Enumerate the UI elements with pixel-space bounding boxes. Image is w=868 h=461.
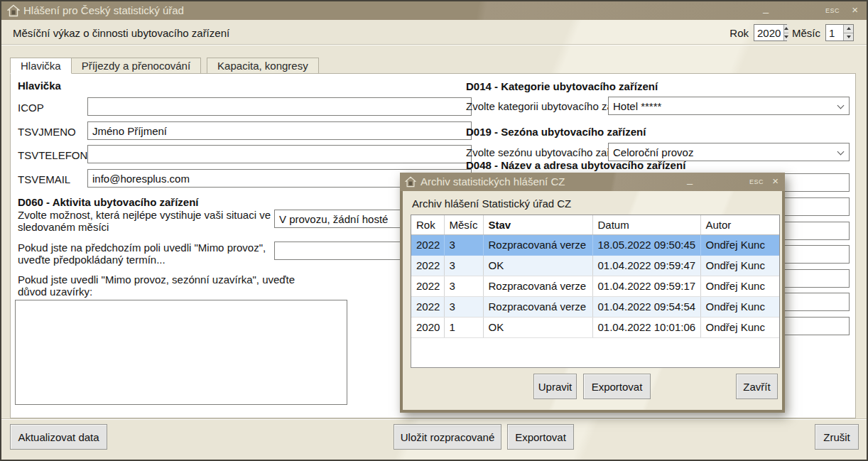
icop-field[interactable] bbox=[87, 97, 472, 116]
cell-datum: 01.04.2022 09:59:47 bbox=[592, 255, 700, 276]
cell-datum: 18.05.2022 09:50:45 bbox=[592, 234, 700, 255]
d060-q3-textarea[interactable] bbox=[15, 300, 347, 405]
rok-up-icon[interactable] bbox=[784, 25, 788, 33]
dialog-minimize-button[interactable]: _ bbox=[687, 173, 693, 185]
archiv-heading: Archiv hlášení Statistický úřad CZ bbox=[412, 197, 571, 210]
main-window: Hlášení pro Český statistický úřad _ ESC… bbox=[0, 0, 868, 461]
ulozit-rozpracovane-button[interactable]: Uložit rozpracované bbox=[394, 424, 501, 450]
chevron-down-icon bbox=[837, 148, 845, 156]
cell-datum: 01.04.2022 10:01:06 bbox=[592, 317, 700, 337]
minimize-button[interactable]: _ bbox=[763, 2, 769, 13]
telefon-field[interactable] bbox=[87, 145, 472, 163]
archiv-dialog-body: Archiv hlášení Statistický úřad CZ Rok M… bbox=[400, 191, 785, 413]
mesic-down-icon[interactable] bbox=[844, 33, 853, 41]
cell-rok: 2022 bbox=[411, 255, 444, 276]
telefon-label: TSVTELEFON bbox=[18, 149, 87, 161]
main-titlebar: Hlášení pro Český statistický úřad _ ESC… bbox=[1, 1, 867, 20]
d014-select[interactable]: Hotel ***** bbox=[608, 97, 850, 115]
archiv-table-header: Rok Měsíc Stav Datum Autor bbox=[411, 215, 779, 234]
d060-q1-label: Zvolte možnost, která nejlépe vystihuje … bbox=[18, 209, 273, 233]
table-row[interactable]: 2022 3 Rozpracovaná verze 18.05.2022 09:… bbox=[411, 234, 779, 255]
mesic-up-icon[interactable] bbox=[844, 25, 853, 33]
dialog-home-icon bbox=[405, 176, 416, 188]
tab-prijezdy[interactable]: Příjezdy a přenocování bbox=[72, 58, 201, 74]
d019-value: Celoroční provoz bbox=[613, 146, 693, 158]
dialog-exportovat-button[interactable]: Exportovat bbox=[583, 374, 651, 399]
mesic-value[interactable]: 1 bbox=[826, 25, 837, 40]
table-row[interactable]: 2022 3 Rozpracovaná verze 01.04.2022 09:… bbox=[411, 276, 779, 296]
rok-down-icon[interactable] bbox=[784, 33, 788, 41]
cell-mesic: 1 bbox=[444, 317, 483, 337]
d060-title: D060 - Aktivita ubytovacího zařízení bbox=[18, 196, 199, 208]
col-rok[interactable]: Rok bbox=[411, 215, 444, 234]
page-title: Měsíční výkaz o činnosti ubytovacího zař… bbox=[13, 27, 229, 39]
email-label: TSVEMAIL bbox=[18, 173, 70, 185]
cell-rok: 2022 bbox=[411, 276, 444, 296]
zavrit-button[interactable]: Zavřít bbox=[736, 374, 778, 399]
col-autor[interactable]: Autor bbox=[700, 215, 779, 234]
table-row[interactable]: 2022 3 Rozpracovaná verze 01.04.2022 09:… bbox=[411, 296, 779, 317]
cell-mesic: 3 bbox=[444, 255, 483, 276]
exportovat-button[interactable]: Exportovat bbox=[507, 424, 574, 450]
cell-stav: OK bbox=[483, 255, 592, 276]
cell-autor: Ondřej Kunc bbox=[700, 296, 779, 317]
cell-mesic: 3 bbox=[444, 276, 483, 296]
header-divider bbox=[1, 44, 867, 45]
cell-rok: 2020 bbox=[411, 317, 444, 337]
app-home-icon bbox=[7, 4, 20, 17]
cell-autor: Ondřej Kunc bbox=[700, 255, 779, 276]
d014-title: D014 - Kategorie ubytovacího zařízení bbox=[466, 80, 658, 92]
cell-stav: Rozpracovaná verze bbox=[483, 234, 592, 255]
table-row[interactable]: 2020 1 OK 01.04.2022 10:01:06 Ondřej Kun… bbox=[411, 317, 779, 337]
esc-button[interactable]: ESC bbox=[825, 7, 840, 14]
dialog-close-icon[interactable]: × bbox=[772, 175, 779, 187]
rok-value[interactable]: 2020 bbox=[754, 25, 783, 40]
cell-stav: Rozpracovaná verze bbox=[483, 276, 592, 296]
cell-stav: OK bbox=[483, 317, 592, 337]
d060-q1-value: V provozu, žádní hosté bbox=[279, 213, 388, 225]
dialog-title: Archiv statistických hlášení CZ bbox=[421, 175, 565, 188]
rok-label: Rok bbox=[729, 27, 749, 39]
upravit-button[interactable]: Upravit bbox=[533, 374, 577, 399]
d019-title: D019 - Sezóna ubytovacího zařízení bbox=[466, 126, 646, 138]
mesic-stepper[interactable]: 1 bbox=[825, 24, 854, 41]
cell-datum: 01.04.2022 09:59:17 bbox=[592, 276, 700, 296]
close-icon[interactable]: × bbox=[852, 4, 858, 16]
cell-rok: 2022 bbox=[411, 234, 444, 255]
cell-autor: Ondřej Kunc bbox=[700, 234, 779, 255]
archiv-dialog: Archiv statistických hlášení CZ _ ESC × … bbox=[400, 173, 785, 413]
cell-mesic: 3 bbox=[444, 296, 483, 317]
window-title: Hlášení pro Český statistický úřad bbox=[23, 4, 184, 16]
table-row[interactable]: 2022 3 OK 01.04.2022 09:59:47 Ondřej Kun… bbox=[411, 255, 779, 276]
aktualizovat-data-button[interactable]: Aktualizovat data bbox=[10, 424, 107, 450]
mesic-label: Měsíc bbox=[792, 27, 820, 39]
tab-strip: Hlavička Příjezdy a přenocování Kapacita… bbox=[10, 58, 319, 74]
dialog-esc-button[interactable]: ESC bbox=[749, 178, 764, 185]
col-datum[interactable]: Datum bbox=[592, 215, 700, 234]
section-hlavicka-title: Hlavička bbox=[18, 80, 61, 92]
zrusit-button[interactable]: Zrušit bbox=[815, 424, 859, 450]
jmeno-field[interactable] bbox=[87, 121, 472, 140]
footer-divider bbox=[1, 418, 867, 419]
tab-kapacita[interactable]: Kapacita, kongresy bbox=[207, 58, 319, 74]
archiv-titlebar: Archiv statistických hlášení CZ _ ESC × bbox=[400, 173, 785, 191]
chevron-down-icon bbox=[837, 102, 845, 109]
cell-autor: Ondřej Kunc bbox=[700, 317, 779, 337]
col-mesic[interactable]: Měsíc bbox=[444, 215, 483, 234]
tab-hlavicka[interactable]: Hlavička bbox=[10, 58, 72, 74]
d014-value: Hotel ***** bbox=[613, 100, 661, 112]
cell-rok: 2022 bbox=[411, 296, 444, 317]
cell-mesic: 3 bbox=[444, 234, 483, 255]
d060-q2-label: Pokud jste na předchozím poli uvedli "Mi… bbox=[18, 242, 275, 266]
rok-stepper[interactable]: 2020 bbox=[754, 24, 787, 41]
col-stav[interactable]: Stav bbox=[483, 215, 592, 234]
cell-stav: Rozpracovaná verze bbox=[483, 296, 592, 317]
icop-label: ICOP bbox=[18, 102, 44, 114]
cell-autor: Ondřej Kunc bbox=[700, 276, 779, 296]
archiv-table: Rok Měsíc Stav Datum Autor 2022 3 Rozpra… bbox=[411, 215, 780, 368]
period-controls: Rok 2020 Měsíc 1 bbox=[729, 24, 854, 41]
jmeno-label: TSVJMENO bbox=[18, 126, 76, 138]
d060-q3-label: Pokud jste uvedli "Mimo provoz, sezónní … bbox=[18, 273, 302, 298]
d048-title: D048 - Název a adresa ubytovacího zaříze… bbox=[466, 159, 685, 171]
cell-datum: 01.04.2022 09:54:54 bbox=[592, 296, 700, 317]
